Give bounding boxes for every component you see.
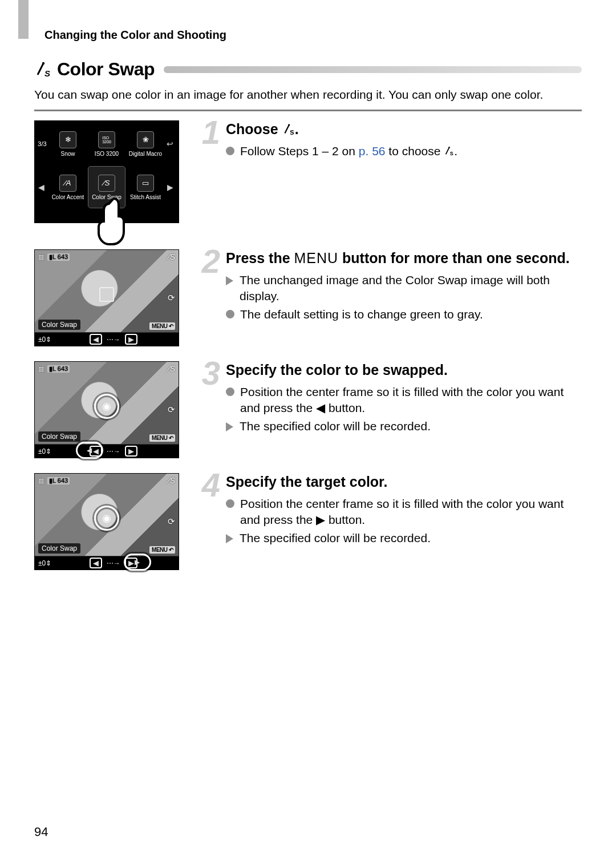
right-nav-icon: ▶ [125,334,137,345]
lcd-top-overlay: ▥▮L 643 ⁄S [38,364,175,373]
color-swap-mode-icon: S [282,121,295,137]
color-swap-icon: ⁄S [98,175,115,192]
swap-arrow-icon: ⋯→ [107,559,120,567]
lcd-top-overlay: ▥▮L 643 ⁄S [38,476,175,485]
step-1-title: Choose S. [226,120,582,138]
battery-icon: ▥ [38,365,44,373]
snow-icon: ❄ [59,131,76,148]
lcd-bottom-bar: ±0⇕ ◀ ⋯→ ▶ [35,332,179,346]
step-number-2: 2 [187,248,221,274]
bullet-icon [226,147,234,155]
color-swap-mode-icon: S [444,144,454,158]
steps-container: 3/3 ❄ Snow ISO3200 ISO 3200 ❀ Digital Ma… [34,120,582,570]
mode-label: Color Swap [38,543,80,554]
step-2-bullet-2: The default setting is to change green t… [226,306,582,322]
color-swap-mode-icon: ⁄S [168,364,175,373]
divider [34,110,582,111]
highlight-ring-icon: ▶ [124,554,151,571]
swap-arrow-icon: ⋯→ [107,336,120,344]
color-swap-mode-icon: S [34,61,51,78]
battery-icon: ▥ [38,477,44,485]
bullet-icon [226,387,234,396]
step-3-bullet-2: The specified color will be recorded. [226,418,582,434]
section-title-row: S Color Swap [34,59,582,80]
menu-return-badge: MENU ↶ [149,322,175,330]
menu-return-icon: ↩ [166,139,174,149]
menu-right-arrow-icon: ▶ [166,182,174,192]
battery-icon: ▥ [38,253,44,261]
mode-label: Color Swap [38,320,80,330]
menu-page-indicator: 3/3 [37,140,47,147]
menu-item-snow: ❄ Snow [50,123,86,164]
highlight-ring-icon: ◀ [76,442,103,459]
color-pick-frame-icon: ◉ [94,506,119,531]
color-accent-icon: ⁄A [59,175,76,192]
menu-return-badge: MENU ↶ [149,434,175,442]
svg-text:S: S [450,151,453,156]
svg-point-4 [449,147,451,148]
result-arrow-icon [226,276,234,285]
step-2-title: Press the MENU button for more than one … [226,249,582,267]
result-arrow-icon [226,422,234,431]
bullet-icon [226,310,234,318]
color-swap-mode-icon: ⁄S [168,252,175,261]
step-1: 3/3 ❄ Snow ISO3200 ISO 3200 ❀ Digital Ma… [34,120,582,235]
step-3-bullet-1: Position the center frame so it is fille… [226,384,582,417]
menu-item-stitch-assist: ▭ Stitch Assist [127,167,164,208]
lcd-bottom-bar: ±0⇕ ◀ ⋯→ ▶ ▶ [35,556,179,570]
section-intro: You can swap one color in an image for a… [34,87,582,103]
svg-point-2 [288,124,290,126]
page-ref-link[interactable]: p. 56 [359,144,386,158]
timer-icon: ⟳ [168,293,175,303]
step-4-title: Specify the target color. [226,473,582,491]
screenshot-lcd-step2: ▥▮L 643 ⁄S ⟳ Color Swap MENU ↶ ±0⇕ ◀ ⋯→ … [34,249,179,346]
left-nav-icon: ◀ [90,334,102,345]
page-number: 94 [34,825,48,839]
timer-icon: ⟳ [168,405,175,415]
step-number-3: 3 [187,360,221,386]
shots-remaining: ▮L 643 [47,365,70,373]
menu-item-digital-macro: ❀ Digital Macro [127,123,164,164]
shots-remaining: ▮L 643 [47,477,70,485]
running-head: Changing the Color and Shooting [44,29,582,42]
step-number-1: 1 [187,119,221,146]
lcd-top-overlay: ▥▮L 643 ⁄S [38,252,175,261]
lcd-bottom-bar: ±0⇕ ◀ ⋯→ ▶ ◀ [35,444,179,458]
menu-item-color-accent: ⁄A Color Accent [50,167,86,208]
step-2: ▥▮L 643 ⁄S ⟳ Color Swap MENU ↶ ±0⇕ ◀ ⋯→ … [34,249,582,346]
swap-arrow-icon: ⋯→ [107,447,120,455]
screenshot-lcd-step3: ◉ ▥▮L 643 ⁄S ⟳ Color Swap MENU ↶ ±0⇕ ◀ ⋯… [34,361,179,458]
step-4-bullet-1: Position the center frame so it is fille… [226,496,582,528]
bullet-icon [226,499,234,508]
step-1-bullet-1: Follow Steps 1 – 2 on p. 56 to choose S. [226,143,582,159]
right-nav-icon: ▶ [125,446,137,457]
af-frame-icon [99,287,114,302]
screenshot-lcd-step4: ◉ ▥▮L 643 ⁄S ⟳ Color Swap MENU ↶ ±0⇕ ◀ ⋯… [34,473,179,570]
step-4: ◉ ▥▮L 643 ⁄S ⟳ Color Swap MENU ↶ ±0⇕ ◀ ⋯… [34,473,582,570]
svg-point-0 [42,62,44,64]
page-edge-tab [18,0,29,39]
svg-text:S: S [290,129,294,136]
screenshot-mode-menu: 3/3 ❄ Snow ISO3200 ISO 3200 ❀ Digital Ma… [34,120,179,223]
menu-item-iso3200: ISO3200 ISO 3200 [88,123,125,164]
menu-button-label: MENU [294,250,339,266]
macro-icon: ❀ [137,131,154,148]
exposure-value: ±0⇕ [38,336,51,344]
step-3: ◉ ▥▮L 643 ⁄S ⟳ Color Swap MENU ↶ ±0⇕ ◀ ⋯… [34,361,582,458]
touch-finger-icon [96,194,131,245]
left-nav-icon: ◀ [90,558,102,568]
menu-left-arrow-icon: ◀ [37,182,45,192]
menu-return-badge: MENU ↶ [149,546,175,554]
section-title: Color Swap [57,59,155,80]
step-2-bullet-1: The unchanged image and the Color Swap i… [226,272,582,305]
iso-icon: ISO3200 [98,131,115,148]
step-4-bullet-2: The specified color will be recorded. [226,530,582,546]
exposure-value: ±0⇕ [38,447,51,455]
step-number-4: 4 [187,472,221,498]
color-pick-frame-icon: ◉ [94,394,119,419]
title-rule [164,66,582,73]
shots-remaining: ▮L 643 [47,253,70,261]
color-swap-mode-icon: ⁄S [168,476,175,485]
svg-text:S: S [44,68,50,78]
timer-icon: ⟳ [168,516,175,527]
